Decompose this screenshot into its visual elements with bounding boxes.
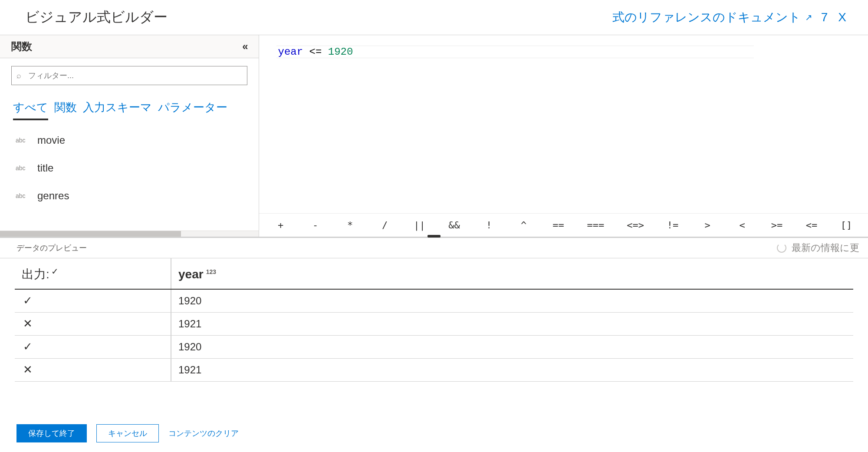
sidebar-tabs: すべて 関数 入力スキーマ パラメーター <box>0 88 259 123</box>
tab-input-schema[interactable]: 入力スキーマ <box>83 100 152 120</box>
splitter-handle[interactable] <box>427 235 441 238</box>
builder-body: 関数 « ⌕ すべて 関数 入力スキーマ パラメーター abc movie ab… <box>0 35 868 238</box>
op-plus[interactable]: + <box>275 220 287 231</box>
cancel-button[interactable]: キャンセル <box>96 424 159 442</box>
preview-table: 出力:✓ year123 1920 1921 1 <box>15 258 853 382</box>
refresh-button[interactable]: 最新の情報に更 <box>777 241 859 254</box>
type-badge: abc <box>16 137 29 144</box>
collapse-icon[interactable]: « <box>242 40 246 53</box>
cross-icon <box>22 364 34 375</box>
code-token-num: 1920 <box>328 46 353 58</box>
cross-icon <box>22 318 34 329</box>
op-gte[interactable]: >= <box>771 220 783 231</box>
op-mult[interactable]: * <box>344 220 356 231</box>
refresh-icon <box>777 243 786 253</box>
close-icon[interactable]: X <box>838 10 846 24</box>
op-eq[interactable]: == <box>552 220 565 231</box>
functions-sidebar: 関数 « ⌕ すべて 関数 入力スキーマ パラメーター abc movie ab… <box>0 35 259 237</box>
cell-year: 1921 <box>171 313 853 336</box>
schema-item[interactable]: abc genres <box>16 190 250 202</box>
schema-list: abc movie abc title abc genres <box>0 123 259 202</box>
expression-editor-pane: year <= 1920 + - * / || && ! ^ == === <=… <box>259 35 868 237</box>
op-lte[interactable]: <= <box>806 220 818 231</box>
column-header-output[interactable]: 出力:✓ <box>15 258 171 289</box>
docs-link[interactable]: 式のリファレンスのドキュメント ↗ 7 X <box>612 9 846 26</box>
external-link-icon: ↗ <box>805 12 812 23</box>
docs-link-label: 式のリファレンスのドキュメント <box>612 9 801 26</box>
schema-item[interactable]: abc title <box>16 162 250 174</box>
op-eqeq[interactable]: === <box>587 220 605 231</box>
code-token-field: year <box>278 46 303 58</box>
header-bar: ビジュアル式ビルダー 式のリファレンスのドキュメント ↗ 7 X <box>0 0 868 35</box>
op-neq[interactable]: != <box>667 220 679 231</box>
tab-parameters[interactable]: パラメーター <box>158 100 227 120</box>
data-preview: データのプレビュー 最新の情報に更 出力:✓ year123 <box>0 238 868 398</box>
expression-editor[interactable]: year <= 1920 <box>259 35 868 213</box>
table-row[interactable]: 1921 <box>15 313 853 336</box>
op-minus[interactable]: - <box>309 220 322 231</box>
schema-item-label: genres <box>37 190 69 202</box>
type-badge: abc <box>16 192 29 199</box>
scrollbar-thumb[interactable] <box>0 231 181 237</box>
schema-item-label: movie <box>37 134 65 146</box>
op-or[interactable]: || <box>414 220 426 231</box>
preview-toolbar: データのプレビュー 最新の情報に更 <box>0 238 868 258</box>
check-icon <box>22 295 34 306</box>
sidebar-scrollbar[interactable] <box>0 231 259 237</box>
table-row[interactable]: 1920 <box>15 336 853 359</box>
code-token-op: <= <box>309 46 322 58</box>
op-div[interactable]: / <box>379 220 391 231</box>
table-row[interactable]: 1920 <box>15 289 853 313</box>
sidebar-header: 関数 « <box>0 35 259 58</box>
cell-year: 1920 <box>171 289 853 313</box>
window-count: 7 <box>821 10 828 24</box>
op-brackets[interactable]: [] <box>840 220 852 231</box>
op-lt[interactable]: < <box>736 220 748 231</box>
op-spaceship[interactable]: <=> <box>627 220 644 231</box>
op-gt[interactable]: > <box>701 220 713 231</box>
sidebar-title: 関数 <box>11 40 32 53</box>
save-button[interactable]: 保存して終了 <box>16 424 87 442</box>
footer-actions: 保存して終了 キャンセル コンテンツのクリア <box>0 415 868 452</box>
schema-item-label: title <box>37 162 53 174</box>
clear-contents-link[interactable]: コンテンツのクリア <box>168 428 239 439</box>
preview-label: データのプレビュー <box>16 243 87 253</box>
check-icon: ✓ <box>51 267 59 276</box>
page-title: ビジュアル式ビルダー <box>25 8 168 27</box>
cell-year: 1920 <box>171 336 853 359</box>
operator-toolbar: + - * / || && ! ^ == === <=> != > < >= <… <box>259 213 868 237</box>
search-icon: ⌕ <box>16 71 21 80</box>
type-badge: abc <box>16 165 29 172</box>
filter-input[interactable] <box>11 66 247 85</box>
column-header-year[interactable]: year123 <box>171 258 853 289</box>
op-caret[interactable]: ^ <box>518 220 530 231</box>
tab-all[interactable]: すべて <box>13 100 48 120</box>
tab-functions[interactable]: 関数 <box>54 100 77 120</box>
schema-item[interactable]: abc movie <box>16 134 250 146</box>
check-icon <box>22 341 34 352</box>
refresh-label: 最新の情報に更 <box>792 241 859 254</box>
op-and[interactable]: && <box>448 220 460 231</box>
cell-year: 1921 <box>171 359 853 382</box>
op-not[interactable]: ! <box>483 220 495 231</box>
table-row[interactable]: 1921 <box>15 359 853 382</box>
